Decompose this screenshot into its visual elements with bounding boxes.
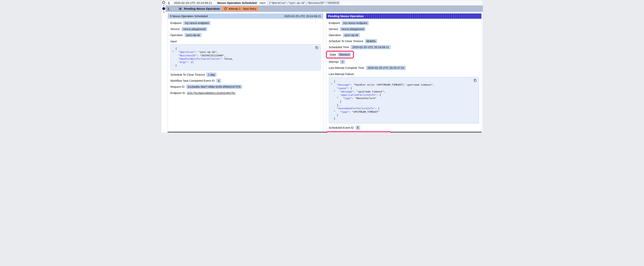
pending-event-title: Pending Nexus Operation (184, 7, 220, 10)
json-text (172, 57, 178, 60)
json-text (331, 87, 334, 90)
json-text (331, 110, 340, 113)
json-line: { (172, 47, 318, 50)
timeline-gutter (161, 0, 166, 133)
field-value-chip: nexus-playground (340, 27, 366, 31)
field-label: Operation (170, 34, 183, 37)
json-text: }, (331, 104, 340, 107)
json-key: "Args" (178, 61, 188, 64)
event-history-view: 5 2025-02-25 UTC 20:24:09.21 Nexus Opera… (161, 0, 483, 133)
field-endpoint: Endpoint my-nexus-endpoint (329, 21, 479, 25)
scheduled-panel-title: 5 Nexus Operation Scheduled (170, 15, 208, 18)
pending-event-id-link[interactable]: 5 (168, 7, 169, 10)
pending-panel-title: Pending Nexus Operation (328, 15, 364, 18)
details-bottom-border (168, 132, 482, 132)
json-text (172, 54, 178, 57)
field-value-chip: 86400s (365, 39, 377, 43)
scheduled-panel-body: Endpoint my-nexus-endpoint Service nexus… (168, 19, 323, 95)
json-line: "message": "upstream timeout", (331, 90, 476, 93)
json-key: "message" (337, 83, 350, 86)
event-rows: 5 2025-02-25 UTC 20:24:09.21 Nexus Opera… (166, 0, 483, 12)
field-label: Service (170, 28, 180, 31)
field-scheduled-time: Scheduled Time 2025-02-25 UTC 20:24:09.2… (329, 45, 479, 49)
json-key: "applicationFailureInfo" (340, 93, 376, 96)
json-text: : [] (188, 61, 194, 64)
field-endpoint: Endpoint my-nexus-endpoint (170, 21, 321, 25)
field-value-chip: nexus-playground (182, 27, 207, 31)
field-value-chip: 4 (216, 79, 221, 83)
copy-icon[interactable] (315, 46, 318, 49)
json-key: "Operation" (178, 51, 195, 54)
field-attempt: Attempt 2 (329, 60, 479, 64)
field-label: Attempt (329, 60, 338, 63)
pending-asterisk-icon (178, 7, 182, 11)
json-key: "cause" (337, 87, 348, 90)
field-service: Service nexus-playground (329, 27, 479, 31)
event-row-scheduled[interactable]: 5 2025-02-25 UTC 20:24:09.21 Nexus Opera… (166, 0, 483, 6)
field-schedule-to-close-timeout: Schedule To Close Timeout 1 day (170, 73, 321, 77)
json-line: "type": "UPSTREAM_TIMEOUT" (331, 110, 476, 114)
field-operation: Operation sync-op-ok (170, 33, 321, 37)
pending-panel-body: Endpoint my-nexus-endpoint Service nexus… (326, 19, 482, 133)
timeline-node-current-icon[interactable] (162, 8, 165, 10)
scheduled-event-panel: 5 Nexus Operation Scheduled 2025-02-25 U… (168, 14, 323, 133)
blocked-reason-highlight-box: Blocked Reason The circuit breaker is op… (326, 131, 392, 133)
json-text (331, 107, 334, 110)
json-text: : { (375, 107, 379, 110)
state-highlight-box: State Blocked (326, 51, 354, 59)
copy-icon[interactable] (474, 79, 477, 82)
field-label: Scheduled Time (329, 46, 349, 49)
field-label: Workflow Task Completed Event ID (170, 79, 214, 82)
input-label: Input (260, 1, 265, 4)
json-text: } (331, 114, 338, 117)
json-line: "nexusHandlerFailureInfo": { (331, 107, 476, 110)
json-text: } (331, 117, 335, 120)
json-text: } (172, 64, 177, 67)
timeline-node-open-icon[interactable] (162, 1, 165, 4)
endpoint-id-link[interactable]: 3c0c75ccfa8144b092c13ce632463761 (187, 92, 236, 95)
scheduled-panel-header: 5 Nexus Operation Scheduled 2025-02-25 U… (168, 14, 323, 19)
field-state: State Blocked (330, 53, 351, 57)
json-line: } (331, 114, 476, 117)
event-row-pending[interactable]: 5 Pending Nexus Operation Attempt 2 · Ne… (166, 6, 483, 12)
field-operation: Operation sync-op-ok (329, 33, 479, 37)
field-value-chip: sync-op-ok (343, 33, 360, 37)
pending-operation-panel: Pending Nexus Operation Endpoint my-nexu… (326, 14, 482, 133)
json-line: "message": "handler error (UPSTREAM_TIME… (331, 83, 476, 86)
json-text: : "20250225122409", (197, 54, 226, 57)
json-key: "message" (340, 90, 354, 93)
state-value-chip: Blocked (338, 53, 351, 57)
field-value-chip: 1 day (206, 73, 216, 77)
json-text: : "sync-op-ok", (195, 51, 218, 54)
json-line: } (331, 100, 476, 103)
json-line: "HandlerWaitForCancellation": false, (172, 57, 318, 61)
field-label: Endpoint (170, 22, 182, 25)
input-json-block: { "Operation": "sync-op-ok", "BusinessID… (170, 44, 321, 70)
field-workflow-task-completed-event-id: Workflow Task Completed Event ID 4 (170, 79, 321, 83)
field-label: Operation (329, 34, 341, 37)
field-label: Scheduled Event ID (329, 126, 354, 129)
json-text: : { (348, 87, 352, 90)
field-value-chip: b1c6a4bc-8ee7-468a-9169-df3b02c8737b (186, 85, 242, 89)
field-scheduled-event-id: Scheduled Event ID 5 (329, 126, 479, 130)
json-key: "type" (343, 97, 352, 100)
input-section-label: Input (170, 40, 321, 43)
event-title: Nexus Operation Scheduled (217, 1, 257, 5)
json-line: "applicationFailureInfo": { (331, 93, 476, 97)
json-text: : "upstream timeout", (354, 90, 386, 93)
field-value-chip: 2025-02-25 UTC 20:25:27.51 (366, 66, 406, 70)
json-text (335, 87, 337, 90)
scheduled-panel-time: 2025-02-25 UTC 20:24:09.21 (284, 15, 321, 18)
field-value-chip: my-nexus-endpoint (342, 21, 369, 25)
failure-section-label: Last Attempt Failure (329, 73, 479, 76)
event-id-link[interactable]: 5 (168, 1, 170, 5)
gutter-divider (162, 0, 162, 28)
field-label: Schedule To Close Timeout (170, 73, 205, 76)
json-text: { (174, 47, 177, 50)
pending-panel-header: Pending Nexus Operation (326, 14, 482, 19)
json-line: "BusinessID": "20250225122409", (172, 54, 318, 57)
field-label: Service (329, 28, 338, 31)
json-key: "HandlerWaitForCancellation" (178, 57, 221, 60)
json-line: { (331, 80, 476, 83)
json-text: : "handler error (UPSTREAM_TIMEOUT): ups… (350, 83, 434, 86)
